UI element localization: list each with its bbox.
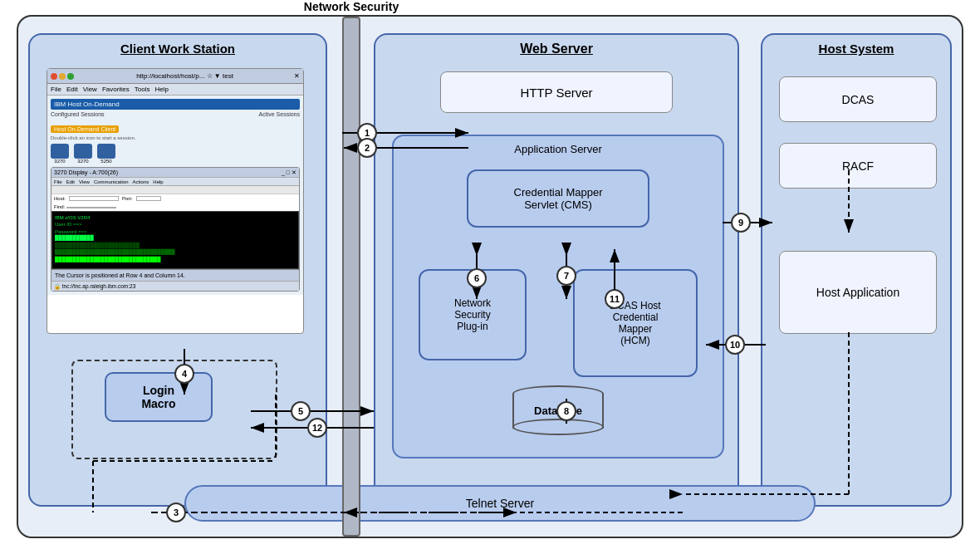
terminal-menu: FileEditViewCommunicationActionsHelp (51, 178, 299, 186)
svg-text:3: 3 (174, 507, 179, 517)
browser-titlebar: http://localhost/host/p... ☆ ▼ test ✕ (47, 69, 303, 84)
terminal-subwindow: 3270 Display - A:700(26) _ □ ✕ FileEditV… (51, 167, 300, 292)
hcm-label: DCAS Host Credential Mapper (HCM) (610, 300, 660, 346)
browser-url: http://localhost/host/p... ☆ ▼ test (76, 72, 294, 80)
database-cylinder: Database (512, 385, 604, 435)
browser-close-x: ✕ (294, 72, 300, 80)
telnet-server-box: Telnet Server (184, 485, 816, 522)
hcm-box: DCAS Host Credential Mapper (HCM) (573, 269, 698, 377)
host-system-title: Host System (819, 42, 894, 56)
ibm-hod-label: IBM Host On-Demand (51, 99, 300, 110)
terminal-line-2: User ID ==> (55, 221, 296, 228)
http-server-box: HTTP Server (440, 71, 673, 113)
terminal-line-6: ██████████████████████████████████ (55, 248, 296, 255)
menu-file: File (51, 86, 61, 93)
menu-favorites: Favorites (102, 86, 130, 93)
terminal-line-7: ██████████████████████████████ (55, 256, 296, 262)
terminal-line-5: ████████████████████████ (55, 242, 296, 248)
icon-3270a: 3270 (51, 144, 69, 164)
terminal-title: 3270 Display - A:700(26) (54, 169, 118, 175)
nsp-box: Network Security Plug-in (419, 269, 527, 360)
app-server-panel: Application Server Credential Mapper Ser… (392, 135, 724, 458)
racf-box: RACF (779, 143, 937, 189)
terminal-conn-text: 🔒 tnc://tnc.ap.raleigh.ibm.com:23 (54, 283, 135, 290)
cms-box: Credential Mapper Servlet (CMS) (467, 169, 649, 228)
menu-tools: Tools (135, 86, 150, 93)
dcas-box: DCAS (779, 76, 937, 122)
client-workstation-title: Client Work Station (120, 42, 235, 56)
terminal-statusbar: The Cursor is positioned at Row 4 and Co… (51, 269, 299, 281)
dcas-label: DCAS (842, 93, 875, 106)
icon-5250: 5250 (97, 144, 115, 164)
svg-text:1: 1 (365, 128, 370, 138)
nsp-label: Network Security Plug-in (454, 297, 491, 332)
session-icons-row: 3270 3270 5250 (51, 144, 300, 164)
terminal-screen: IBM z/OS V2R4 User ID ==> Password ==> █… (51, 211, 299, 269)
host-system-panel: Host System DCAS RACF Host Application (761, 33, 952, 507)
active-sessions-label: Active Sessions (259, 111, 300, 117)
terminal-line-4: ███████████ (55, 235, 296, 242)
statusbar-text: The Cursor is positioned at Row 4 and Co… (55, 272, 185, 278)
telnet-server-label: Telnet Server (466, 497, 534, 510)
terminal-find: Find: (51, 203, 299, 211)
main-container: Network Security Client Work Station htt… (17, 15, 963, 538)
terminal-line-1: IBM z/OS V2R4 (55, 214, 296, 221)
terminal-toolbar (51, 186, 299, 194)
db-ellipse-bottom (512, 419, 604, 435)
web-server-title: Web Server (520, 42, 593, 56)
login-macro-dashed-region (71, 360, 277, 459)
racf-label: RACF (842, 159, 874, 173)
network-security-label: Network Security (304, 0, 399, 13)
terminal-titlebar: 3270 Display - A:700(26) _ □ ✕ (51, 168, 299, 178)
icon-3270b: 3270 (74, 144, 92, 164)
host-application-label: Host Application (816, 286, 899, 299)
session-note: Double-click an icon to start a session. (51, 135, 300, 140)
menu-view: View (83, 86, 97, 93)
close-btn (51, 73, 57, 80)
network-security-bar: Network Security (342, 17, 360, 537)
client-workstation-panel: Client Work Station http://localhost/hos… (28, 33, 327, 507)
browser-content: IBM Host On-Demand Configured Sessions A… (47, 96, 303, 295)
http-server-label: HTTP Server (520, 86, 592, 100)
menu-edit: Edit (66, 86, 78, 93)
cms-label: Credential Mapper Servlet (CMS) (514, 186, 603, 211)
database-box: Database (512, 385, 604, 435)
database-label: Database (534, 404, 582, 417)
terminal-connection: 🔒 tnc://tnc.ap.raleigh.ibm.com:23 (51, 281, 299, 291)
terminal-fields: Host: Port: (51, 194, 299, 203)
min-btn (59, 73, 66, 80)
max-btn (67, 73, 74, 80)
web-server-panel: Web Server HTTP Server Application Serve… (374, 33, 739, 507)
terminal-window-controls: _ □ ✕ (282, 169, 296, 176)
browser-menubar: File Edit View Favorites Tools Help (47, 84, 303, 96)
host-application-box: Host Application (779, 251, 937, 334)
hod-button[interactable]: Host On-Demand Client (51, 125, 119, 133)
app-server-title: Application Server (514, 143, 602, 155)
menu-help: Help (154, 86, 168, 93)
configured-sessions-label: Configured Sessions (51, 111, 105, 117)
terminal-line-3: Password ==> (55, 228, 296, 235)
svg-text:2: 2 (365, 143, 370, 153)
browser-window: http://localhost/host/p... ☆ ▼ test ✕ Fi… (47, 68, 304, 334)
